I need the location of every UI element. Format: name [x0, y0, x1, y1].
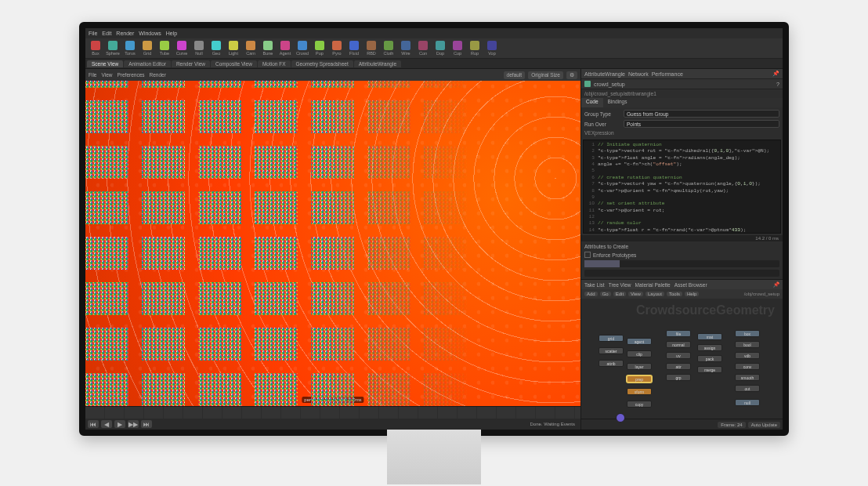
- ng-btn-help[interactable]: Help: [685, 292, 699, 296]
- timeline-track[interactable]: [85, 407, 580, 419]
- param-field-runover[interactable]: Points: [624, 120, 779, 128]
- ng-btn-tools[interactable]: Tools: [667, 292, 682, 296]
- pane-tab-3[interactable]: Composite View: [211, 60, 257, 67]
- auto-update-button[interactable]: Auto Update: [748, 422, 780, 428]
- shelf-tool-box[interactable]: Box: [88, 40, 103, 57]
- ng-btn-edit[interactable]: Edit: [613, 292, 626, 296]
- shelf-tool-cam[interactable]: Cam: [243, 40, 259, 57]
- graph-node-grp[interactable]: grp: [666, 374, 691, 381]
- shelf-tool-pop[interactable]: Pop: [312, 40, 327, 57]
- ng-tab-matpal[interactable]: Material Palette: [635, 282, 671, 288]
- graph-node-vdb[interactable]: vdb: [735, 352, 760, 359]
- pane-tab-6[interactable]: AttributeWrangle: [354, 60, 401, 67]
- param-field-grouptype[interactable]: Guess from Group: [624, 110, 779, 118]
- ng-tab-treeview[interactable]: Tree View: [609, 282, 631, 288]
- attr-checkbox[interactable]: [584, 252, 591, 258]
- param-tab-perf[interactable]: Performance: [652, 71, 683, 77]
- shelf-tool-fluid[interactable]: Fluid: [346, 40, 362, 57]
- graph-node-bool[interactable]: bool: [735, 341, 760, 348]
- graph-node-uv[interactable]: uv: [666, 352, 691, 359]
- pane-tab-5[interactable]: Geometry Spreadsheet: [291, 60, 353, 67]
- pin-icon[interactable]: 📌: [772, 71, 779, 77]
- shelf-tool-rbd[interactable]: RBD: [363, 40, 379, 57]
- ng-tab-assetbrowser[interactable]: Asset Browser: [675, 282, 707, 288]
- graph-node-attrib[interactable]: attrib: [599, 360, 624, 367]
- shelf-tool-con[interactable]: Con: [415, 40, 431, 57]
- graph-node-box[interactable]: box: [735, 330, 760, 337]
- vp-dropdown[interactable]: default: [504, 71, 526, 79]
- graph-node-prep[interactable]: prep: [627, 375, 652, 383]
- graph-node-smooth[interactable]: smooth: [735, 374, 760, 381]
- graph-node-file[interactable]: file: [666, 330, 691, 337]
- graph-node-dot[interactable]: [616, 413, 625, 423]
- viewport-canvas[interactable]: persp RT: 1/1 rt_idle: 0.0ms: [85, 81, 580, 406]
- graph-node-agent[interactable]: agent: [627, 338, 652, 345]
- vp-menu-view[interactable]: View: [101, 72, 112, 78]
- nodegraph-canvas[interactable]: Crowdsource Geometry gridscatterattribag…: [581, 299, 783, 419]
- shelf-tool-dop[interactable]: Dop: [432, 40, 448, 57]
- shelf-tool-light[interactable]: Light: [226, 40, 241, 57]
- ng-btn-add[interactable]: Add: [584, 292, 598, 296]
- playbar-next-icon[interactable]: ▶▶: [128, 420, 139, 428]
- shelf-tool-sphere[interactable]: Sphere: [105, 40, 121, 57]
- pane-tab-0[interactable]: Scene View: [87, 60, 123, 67]
- help-icon[interactable]: ?: [776, 82, 779, 87]
- shelf-tool-cop[interactable]: Cop: [450, 40, 465, 57]
- graph-node-null[interactable]: null: [735, 399, 760, 406]
- graph-node-grid[interactable]: grid: [599, 335, 624, 342]
- shelf-tool-vop[interactable]: Vop: [484, 40, 500, 57]
- vp-menu-render[interactable]: Render: [150, 72, 166, 78]
- ng-tab-takelist[interactable]: Take List: [584, 282, 605, 288]
- shelf-tool-geo[interactable]: Geo: [208, 40, 224, 57]
- pane-tab-4[interactable]: Motion FX: [258, 60, 291, 67]
- shelf-tool-cloth[interactable]: Cloth: [381, 40, 396, 57]
- shelf-tool-grid[interactable]: Grid: [139, 40, 155, 57]
- graph-node-pack[interactable]: pack: [697, 355, 722, 362]
- param-tab-wrangle[interactable]: AttributeWrangle: [584, 71, 625, 77]
- shelf-tool-bone[interactable]: Bone: [260, 40, 276, 57]
- vp-size-button[interactable]: Original Size: [528, 71, 563, 79]
- playbar-first-icon[interactable]: ⏮: [88, 420, 99, 428]
- subtab-bindings[interactable]: Bindings: [603, 98, 632, 107]
- graph-node-conv[interactable]: conv: [735, 363, 760, 370]
- graph-node-layer[interactable]: layer: [627, 363, 652, 370]
- vp-menu-prefs[interactable]: Preferences: [117, 72, 144, 78]
- ng-path[interactable]: /obj/crowd_setup: [744, 292, 779, 296]
- menu-edit[interactable]: Edit: [102, 31, 111, 36]
- shelf-tool-pyro[interactable]: Pyro: [329, 40, 345, 57]
- shelf-tool-tube[interactable]: Tube: [157, 40, 172, 57]
- graph-node-out[interactable]: out: [735, 385, 760, 392]
- vp-gear-icon[interactable]: ⚙: [566, 71, 577, 79]
- frame-indicator[interactable]: Frame: 24: [718, 422, 745, 428]
- shelf-tool-torus[interactable]: Torus: [122, 40, 138, 57]
- shelf-tool-crowd[interactable]: Crowd: [295, 40, 310, 57]
- graph-node-clip[interactable]: clip: [627, 350, 652, 357]
- ng-btn-layout[interactable]: Layout: [646, 292, 664, 296]
- graph-node-xform[interactable]: xform: [627, 388, 652, 395]
- ng-btn-go[interactable]: Go: [600, 292, 611, 296]
- shelf-tool-curve[interactable]: Curve: [174, 40, 190, 57]
- ng-btn-view[interactable]: View: [628, 292, 643, 296]
- attr-slider[interactable]: [584, 260, 779, 267]
- graph-node-assign[interactable]: assign: [697, 344, 722, 351]
- shelf-tool-agent[interactable]: Agent: [277, 40, 293, 57]
- param-tab-network[interactable]: Network: [628, 71, 649, 77]
- menu-render[interactable]: Render: [116, 31, 134, 36]
- graph-node-scatter[interactable]: scatter: [599, 347, 624, 354]
- pane-tab-2[interactable]: Render View: [172, 60, 210, 67]
- shelf-tool-wire[interactable]: Wire: [398, 40, 414, 57]
- playbar-play-icon[interactable]: ▶: [114, 420, 125, 428]
- ng-pin-icon[interactable]: 📌: [773, 281, 779, 288]
- shelf-tool-rop[interactable]: Rop: [467, 40, 483, 57]
- attr-slider-2[interactable]: [584, 270, 779, 277]
- graph-node-attr[interactable]: attr: [666, 363, 691, 370]
- vex-code-editor[interactable]: 1// Initiate quaternion2"c-type">vector4…: [583, 140, 781, 234]
- pane-tab-1[interactable]: Animation Editor: [124, 60, 171, 67]
- graph-node-copy[interactable]: copy: [627, 401, 652, 408]
- shelf-tool-null[interactable]: Null: [191, 40, 207, 57]
- subtab-code[interactable]: Code: [581, 98, 603, 107]
- menu-windows[interactable]: Windows: [139, 31, 161, 36]
- graph-node-mat[interactable]: mat: [697, 333, 722, 340]
- node-path[interactable]: crowd_setup: [594, 82, 625, 87]
- vp-menu-file[interactable]: File: [89, 72, 96, 78]
